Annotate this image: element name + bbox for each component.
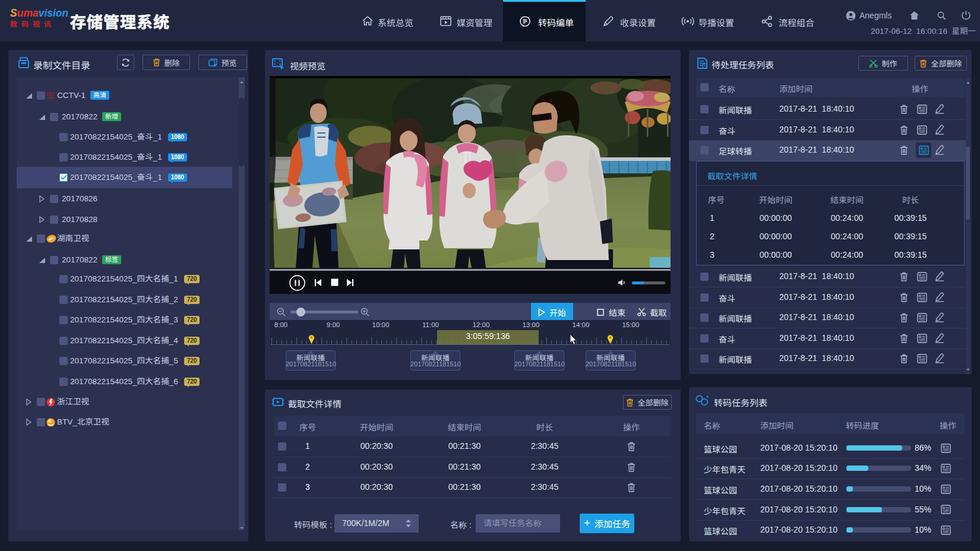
svg-text:CCTV: CCTV — [46, 92, 55, 96]
svg-text:中国央视: 中国央视 — [47, 96, 55, 99]
